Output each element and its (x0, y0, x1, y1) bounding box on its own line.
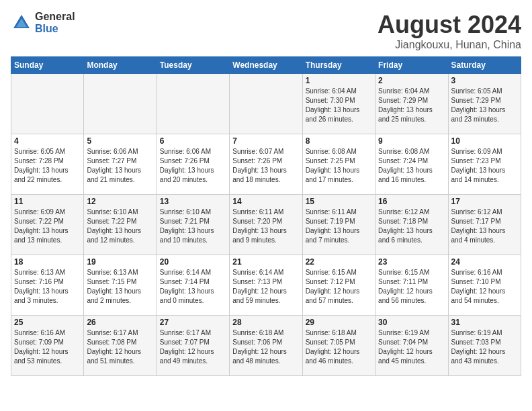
calendar-cell: 16Sunrise: 6:12 AM Sunset: 7:18 PM Dayli… (375, 195, 448, 255)
day-info: Sunrise: 6:14 AM Sunset: 7:14 PM Dayligh… (160, 268, 226, 306)
day-number: 14 (232, 197, 299, 206)
day-number: 3 (451, 76, 518, 85)
day-number: 21 (232, 257, 299, 267)
day-number: 20 (160, 257, 226, 267)
calendar-cell: 4Sunrise: 6:05 AM Sunset: 7:28 PM Daylig… (11, 134, 84, 195)
calendar-cell: 25Sunrise: 6:16 AM Sunset: 7:09 PM Dayli… (11, 316, 84, 376)
day-info: Sunrise: 6:13 AM Sunset: 7:16 PM Dayligh… (14, 268, 81, 306)
day-number: 1 (306, 76, 372, 85)
calendar-week-1: 1Sunrise: 6:04 AM Sunset: 7:30 PM Daylig… (11, 74, 521, 134)
header-monday: Monday (84, 57, 157, 74)
day-info: Sunrise: 6:19 AM Sunset: 7:04 PM Dayligh… (378, 328, 445, 366)
calendar-cell: 17Sunrise: 6:12 AM Sunset: 7:17 PM Dayli… (448, 195, 521, 255)
calendar-cell: 14Sunrise: 6:11 AM Sunset: 7:20 PM Dayli… (230, 195, 302, 255)
logo: General Blue (11, 11, 75, 34)
calendar-cell: 11Sunrise: 6:09 AM Sunset: 7:22 PM Dayli… (11, 195, 84, 255)
calendar-week-5: 25Sunrise: 6:16 AM Sunset: 7:09 PM Dayli… (11, 316, 521, 376)
page-header: General Blue August 2024 Jiangkouxu, Hun… (11, 11, 521, 51)
day-info: Sunrise: 6:17 AM Sunset: 7:08 PM Dayligh… (87, 328, 153, 366)
day-number: 18 (14, 257, 81, 267)
day-number: 25 (14, 318, 81, 327)
day-number: 4 (14, 136, 81, 146)
calendar-cell: 1Sunrise: 6:04 AM Sunset: 7:30 PM Daylig… (302, 74, 375, 134)
header-sunday: Sunday (11, 57, 84, 74)
day-info: Sunrise: 6:11 AM Sunset: 7:20 PM Dayligh… (232, 208, 299, 245)
logo-blue: Blue (35, 23, 75, 35)
calendar-cell: 2Sunrise: 6:04 AM Sunset: 7:29 PM Daylig… (375, 74, 448, 134)
calendar-cell: 24Sunrise: 6:16 AM Sunset: 7:10 PM Dayli… (448, 255, 521, 316)
day-info: Sunrise: 6:11 AM Sunset: 7:19 PM Dayligh… (306, 208, 372, 245)
day-number: 19 (87, 257, 153, 267)
day-number: 28 (232, 318, 299, 327)
calendar-cell: 26Sunrise: 6:17 AM Sunset: 7:08 PM Dayli… (84, 316, 157, 376)
logo-text: General Blue (35, 11, 75, 34)
day-info: Sunrise: 6:06 AM Sunset: 7:27 PM Dayligh… (87, 147, 153, 185)
day-info: Sunrise: 6:05 AM Sunset: 7:28 PM Dayligh… (14, 147, 81, 185)
calendar-cell (157, 74, 229, 134)
header-tuesday: Tuesday (157, 57, 229, 74)
calendar-cell: 19Sunrise: 6:13 AM Sunset: 7:15 PM Dayli… (84, 255, 157, 316)
day-number: 9 (378, 136, 445, 146)
calendar-week-4: 18Sunrise: 6:13 AM Sunset: 7:16 PM Dayli… (11, 255, 521, 316)
calendar-header-row: SundayMondayTuesdayWednesdayThursdayFrid… (11, 57, 521, 74)
day-number: 16 (378, 197, 445, 206)
day-info: Sunrise: 6:10 AM Sunset: 7:21 PM Dayligh… (160, 208, 226, 245)
calendar-cell (11, 74, 84, 134)
day-info: Sunrise: 6:13 AM Sunset: 7:15 PM Dayligh… (87, 268, 153, 306)
calendar-cell (84, 74, 157, 134)
calendar-cell: 8Sunrise: 6:08 AM Sunset: 7:25 PM Daylig… (302, 134, 375, 195)
day-number: 24 (451, 257, 518, 267)
day-info: Sunrise: 6:19 AM Sunset: 7:03 PM Dayligh… (451, 328, 518, 366)
day-info: Sunrise: 6:17 AM Sunset: 7:07 PM Dayligh… (160, 328, 226, 366)
calendar-cell: 6Sunrise: 6:06 AM Sunset: 7:26 PM Daylig… (157, 134, 229, 195)
day-number: 17 (451, 197, 518, 206)
day-info: Sunrise: 6:05 AM Sunset: 7:29 PM Dayligh… (451, 87, 518, 124)
day-info: Sunrise: 6:08 AM Sunset: 7:25 PM Dayligh… (306, 147, 372, 185)
day-info: Sunrise: 6:07 AM Sunset: 7:26 PM Dayligh… (232, 147, 299, 185)
calendar-cell (230, 74, 302, 134)
calendar-week-3: 11Sunrise: 6:09 AM Sunset: 7:22 PM Dayli… (11, 195, 521, 255)
calendar-cell: 18Sunrise: 6:13 AM Sunset: 7:16 PM Dayli… (11, 255, 84, 316)
day-info: Sunrise: 6:16 AM Sunset: 7:09 PM Dayligh… (14, 328, 81, 366)
header-saturday: Saturday (448, 57, 521, 74)
calendar-cell: 27Sunrise: 6:17 AM Sunset: 7:07 PM Dayli… (157, 316, 229, 376)
calendar-cell: 3Sunrise: 6:05 AM Sunset: 7:29 PM Daylig… (448, 74, 521, 134)
calendar-cell: 28Sunrise: 6:18 AM Sunset: 7:06 PM Dayli… (230, 316, 302, 376)
day-info: Sunrise: 6:10 AM Sunset: 7:22 PM Dayligh… (87, 208, 153, 245)
day-info: Sunrise: 6:18 AM Sunset: 7:05 PM Dayligh… (306, 328, 372, 366)
calendar-cell: 13Sunrise: 6:10 AM Sunset: 7:21 PM Dayli… (157, 195, 229, 255)
day-info: Sunrise: 6:08 AM Sunset: 7:24 PM Dayligh… (378, 147, 445, 185)
header-thursday: Thursday (302, 57, 375, 74)
calendar-cell: 22Sunrise: 6:15 AM Sunset: 7:12 PM Dayli… (302, 255, 375, 316)
day-info: Sunrise: 6:04 AM Sunset: 7:30 PM Dayligh… (306, 87, 372, 124)
location-subtitle: Jiangkouxu, Hunan, China (378, 39, 521, 51)
day-number: 7 (232, 136, 299, 146)
day-number: 8 (306, 136, 372, 146)
day-number: 11 (14, 197, 81, 206)
day-number: 27 (160, 318, 226, 327)
day-number: 10 (451, 136, 518, 146)
day-info: Sunrise: 6:18 AM Sunset: 7:06 PM Dayligh… (232, 328, 299, 366)
day-number: 5 (87, 136, 153, 146)
day-info: Sunrise: 6:16 AM Sunset: 7:10 PM Dayligh… (451, 268, 518, 306)
calendar-cell: 5Sunrise: 6:06 AM Sunset: 7:27 PM Daylig… (84, 134, 157, 195)
day-number: 2 (378, 76, 445, 85)
day-info: Sunrise: 6:06 AM Sunset: 7:26 PM Dayligh… (160, 147, 226, 185)
day-number: 13 (160, 197, 226, 206)
calendar-week-2: 4Sunrise: 6:05 AM Sunset: 7:28 PM Daylig… (11, 134, 521, 195)
day-info: Sunrise: 6:12 AM Sunset: 7:17 PM Dayligh… (451, 208, 518, 245)
calendar-cell: 20Sunrise: 6:14 AM Sunset: 7:14 PM Dayli… (157, 255, 229, 316)
calendar-cell: 21Sunrise: 6:14 AM Sunset: 7:13 PM Dayli… (230, 255, 302, 316)
day-info: Sunrise: 6:14 AM Sunset: 7:13 PM Dayligh… (232, 268, 299, 306)
day-info: Sunrise: 6:15 AM Sunset: 7:12 PM Dayligh… (306, 268, 372, 306)
calendar-cell: 30Sunrise: 6:19 AM Sunset: 7:04 PM Dayli… (375, 316, 448, 376)
calendar-cell: 10Sunrise: 6:09 AM Sunset: 7:23 PM Dayli… (448, 134, 521, 195)
calendar-cell: 15Sunrise: 6:11 AM Sunset: 7:19 PM Dayli… (302, 195, 375, 255)
month-title: August 2024 (378, 11, 521, 39)
calendar-cell: 12Sunrise: 6:10 AM Sunset: 7:22 PM Dayli… (84, 195, 157, 255)
day-number: 31 (451, 318, 518, 327)
day-number: 22 (306, 257, 372, 267)
day-info: Sunrise: 6:09 AM Sunset: 7:23 PM Dayligh… (451, 147, 518, 185)
day-number: 23 (378, 257, 445, 267)
title-area: August 2024 Jiangkouxu, Hunan, China (378, 11, 521, 51)
